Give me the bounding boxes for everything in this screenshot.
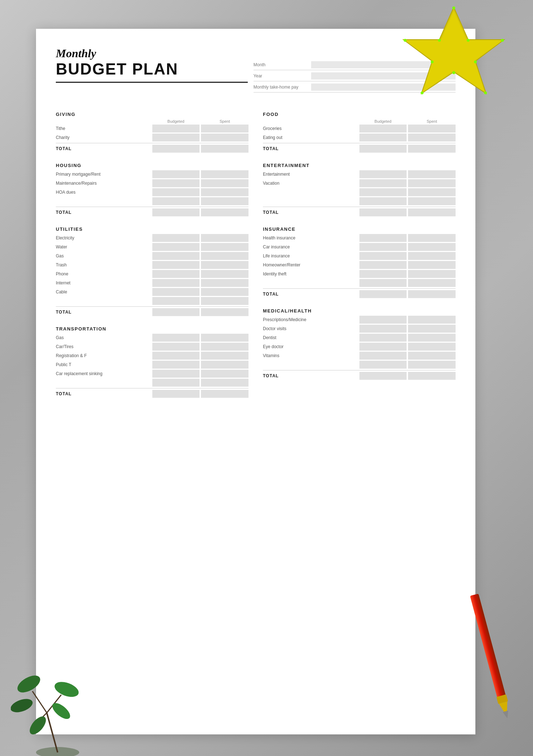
entertainment-spent-entertainment[interactable]	[408, 170, 456, 178]
insurance-budgeted-homeowner[interactable]	[359, 261, 407, 269]
utilities-spent-electricity[interactable]	[201, 234, 248, 242]
utilities-budgeted-internet[interactable]	[152, 279, 200, 287]
utilities-budgeted-empty[interactable]	[152, 297, 200, 305]
entertainment-total-spent[interactable]	[408, 208, 456, 216]
housing-spent-mortgage[interactable]	[201, 170, 248, 178]
utilities-spent-trash[interactable]	[201, 261, 248, 269]
insurance-spent-life[interactable]	[408, 252, 456, 260]
entertainment-spent-vacation[interactable]	[408, 179, 456, 187]
medical-budgeted-empty[interactable]	[359, 361, 407, 369]
medical-budgeted-dentist[interactable]	[359, 334, 407, 342]
medical-total-budgeted[interactable]	[359, 372, 407, 380]
transportation-spent-tires[interactable]	[201, 343, 248, 351]
transportation-label-empty: -	[56, 379, 151, 387]
insurance-spent-empty[interactable]	[408, 279, 456, 287]
housing-spent-maintenance[interactable]	[201, 179, 248, 187]
insurance-total-budgeted[interactable]	[359, 290, 407, 298]
housing-total-spent[interactable]	[201, 208, 248, 216]
food-spent-groceries[interactable]	[408, 125, 456, 132]
utilities-spent-internet[interactable]	[201, 279, 248, 287]
medical-spent-vitamins[interactable]	[408, 352, 456, 360]
food-spent-eatingout[interactable]	[408, 134, 456, 141]
transportation-total-spent[interactable]	[201, 390, 248, 398]
housing-spent-hoa[interactable]	[201, 188, 248, 196]
entertainment-budgeted-entertainment[interactable]	[359, 170, 407, 178]
insurance-budgeted-car[interactable]	[359, 243, 407, 251]
food-total-budgeted[interactable]	[359, 145, 407, 153]
food-budgeted-eatingout[interactable]	[359, 134, 407, 141]
insurance-spent-health[interactable]	[408, 234, 456, 242]
utilities-spent-cable[interactable]	[201, 288, 248, 296]
giving-spent-charity[interactable]	[201, 134, 248, 141]
medical-spent-doctor[interactable]	[408, 325, 456, 333]
housing-budgeted-mortgage[interactable]	[152, 170, 200, 178]
entertainment-total-budgeted[interactable]	[359, 208, 407, 216]
medical-budgeted-prescriptions[interactable]	[359, 316, 407, 324]
giving-total-spent[interactable]	[201, 145, 248, 153]
transportation-budgeted-registration[interactable]	[152, 352, 200, 360]
utilities-budgeted-gas[interactable]	[152, 252, 200, 260]
transportation-budgeted-replacement[interactable]	[152, 370, 200, 378]
medical-row-vitamins: Vitamins	[263, 352, 456, 360]
transportation-budgeted-public[interactable]	[152, 361, 200, 369]
insurance-budgeted-health[interactable]	[359, 234, 407, 242]
utilities-spent-gas[interactable]	[201, 252, 248, 260]
transportation-row-tires: Car/Tires	[56, 343, 248, 351]
insurance-spent-identity[interactable]	[408, 270, 456, 278]
transportation-spent-public[interactable]	[201, 361, 248, 369]
section-food: FOOD Budgeted Spent Groceries Eating out	[263, 112, 456, 153]
housing-budgeted-maintenance[interactable]	[152, 179, 200, 187]
medical-spent-dentist[interactable]	[408, 334, 456, 342]
giving-total-budgeted[interactable]	[152, 145, 200, 153]
insurance-spent-homeowner[interactable]	[408, 261, 456, 269]
utilities-total-spent[interactable]	[201, 308, 248, 316]
housing-total-budgeted[interactable]	[152, 208, 200, 216]
utilities-spent-water[interactable]	[201, 243, 248, 251]
utilities-spent-phone[interactable]	[201, 270, 248, 278]
entertainment-budgeted-vacation[interactable]	[359, 179, 407, 187]
giving-spent-tithe[interactable]	[201, 125, 248, 132]
insurance-budgeted-identity[interactable]	[359, 270, 407, 278]
medical-spent-eye[interactable]	[408, 343, 456, 351]
insurance-total-spent[interactable]	[408, 290, 456, 298]
transportation-total-budgeted[interactable]	[152, 390, 200, 398]
giving-budgeted-charity[interactable]	[152, 134, 200, 141]
utilities-total-budgeted[interactable]	[152, 308, 200, 316]
housing-budgeted-hoa[interactable]	[152, 188, 200, 196]
food-col-label	[263, 119, 358, 123]
utilities-label-gas: Gas	[56, 252, 151, 260]
utilities-budgeted-cable[interactable]	[152, 288, 200, 296]
entertainment-spent-empty2[interactable]	[408, 197, 456, 205]
transportation-budgeted-empty[interactable]	[152, 379, 200, 387]
medical-budgeted-vitamins[interactable]	[359, 352, 407, 360]
utilities-budgeted-trash[interactable]	[152, 261, 200, 269]
housing-spent-empty[interactable]	[201, 197, 248, 205]
transportation-spent-empty[interactable]	[201, 379, 248, 387]
food-budgeted-groceries[interactable]	[359, 125, 407, 132]
transportation-spent-replacement[interactable]	[201, 370, 248, 378]
insurance-spent-car[interactable]	[408, 243, 456, 251]
food-total-spent[interactable]	[408, 145, 456, 153]
insurance-budgeted-life[interactable]	[359, 252, 407, 260]
entertainment-budgeted-empty2[interactable]	[359, 197, 407, 205]
medical-spent-empty[interactable]	[408, 361, 456, 369]
housing-budgeted-empty[interactable]	[152, 197, 200, 205]
giving-budgeted-tithe[interactable]	[152, 125, 200, 132]
medical-spent-prescriptions[interactable]	[408, 316, 456, 324]
transportation-spent-registration[interactable]	[201, 352, 248, 360]
medical-budgeted-doctor[interactable]	[359, 325, 407, 333]
utilities-spent-empty[interactable]	[201, 297, 248, 305]
svg-point-7	[452, 71, 455, 74]
transportation-budgeted-tires[interactable]	[152, 343, 200, 351]
medical-total-spent[interactable]	[408, 372, 456, 380]
utilities-budgeted-electricity[interactable]	[152, 234, 200, 242]
entertainment-title: ENTERTAINMENT	[263, 163, 456, 168]
transportation-spent-gas[interactable]	[201, 334, 248, 342]
entertainment-spent-empty1[interactable]	[408, 188, 456, 196]
utilities-budgeted-phone[interactable]	[152, 270, 200, 278]
entertainment-budgeted-empty1[interactable]	[359, 188, 407, 196]
transportation-budgeted-gas[interactable]	[152, 334, 200, 342]
medical-budgeted-eye[interactable]	[359, 343, 407, 351]
utilities-budgeted-water[interactable]	[152, 243, 200, 251]
insurance-budgeted-empty[interactable]	[359, 279, 407, 287]
